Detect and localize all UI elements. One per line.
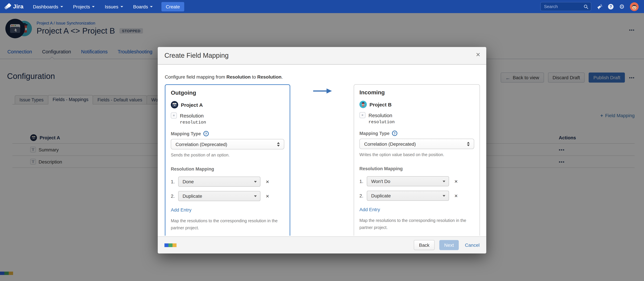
outgoing-field-key: resolution: [180, 120, 284, 125]
remove-entry-icon[interactable]: ×: [266, 179, 269, 184]
remove-entry-icon[interactable]: ×: [454, 193, 458, 198]
wizard-progress-indicator: [164, 243, 176, 247]
incoming-resolution-mapping-heading: Resolution Mapping: [360, 166, 474, 171]
back-button[interactable]: Back: [414, 240, 434, 250]
gear-icon[interactable]: ⚙: [619, 4, 624, 10]
dialog-title: Create Field Mapping: [164, 52, 228, 60]
nav-issues[interactable]: Issues: [105, 4, 123, 9]
outgoing-resolution-mapping-heading: Resolution Mapping: [171, 166, 284, 172]
next-button-disabled[interactable]: Next: [439, 240, 459, 250]
nav-projects[interactable]: Projects: [73, 4, 95, 9]
entry-number: 2.: [360, 193, 367, 198]
megaphone-icon[interactable]: [597, 4, 602, 10]
chevron-down-icon: [92, 6, 95, 7]
incoming-entry-2: 2. Duplicate ×: [360, 191, 474, 201]
incoming-field-key: resolution: [368, 120, 474, 124]
outgoing-add-entry-link[interactable]: Add Entry: [171, 207, 192, 212]
jira-logo-text: Jira: [13, 3, 24, 10]
incoming-entry-1: 1. Won't Do ×: [360, 176, 474, 186]
screen: Project A / Issue Synchronization Projec…: [0, 0, 644, 281]
search-input[interactable]: [544, 4, 584, 9]
incoming-entry-1-dropdown[interactable]: Won't Do: [367, 176, 449, 186]
incoming-field-name: Resolution: [368, 112, 392, 118]
project-a-avatar-small: [171, 101, 178, 108]
user-avatar[interactable]: [630, 2, 639, 11]
chevron-down-icon: [443, 195, 445, 196]
incoming-entry-2-dropdown[interactable]: Duplicate: [367, 191, 449, 201]
incoming-project-name: Project B: [370, 102, 392, 107]
incoming-mapping-help: Map the resolutions to the corresponding…: [360, 217, 468, 231]
resolution-field-type-icon: *: [171, 112, 177, 118]
entry-number: 2.: [171, 194, 178, 199]
outgoing-entry-1: 1. Done ×: [171, 176, 284, 187]
dialog-intro-text: Configure field mapping from Resolution …: [165, 74, 283, 80]
nav-dashboards[interactable]: Dashboards: [33, 4, 63, 9]
entry-number: 1.: [360, 178, 367, 184]
mapping-type-help-icon[interactable]: ?: [203, 131, 209, 136]
dialog-footer: Back Next Cancel: [158, 236, 486, 254]
nav-right-cluster: ? ⚙: [540, 0, 639, 13]
jira-logo[interactable]: Jira: [4, 3, 24, 10]
outgoing-entry-2: 2. Duplicate ×: [171, 191, 284, 201]
progress-square-yellow: [172, 243, 176, 247]
remove-entry-icon[interactable]: ×: [266, 193, 269, 199]
entry-number: 1.: [171, 179, 178, 184]
remove-entry-icon[interactable]: ×: [454, 178, 458, 184]
resolution-field-type-icon: *: [360, 112, 366, 118]
chevron-down-icon: [443, 180, 445, 182]
incoming-panel: Incoming Project B: [354, 84, 480, 236]
progress-square-green: [168, 243, 172, 247]
outgoing-mapping-type-select[interactable]: Correlation (Deprecated): [171, 139, 284, 150]
nav-boards[interactable]: Boards: [133, 4, 153, 9]
progress-square-blue: [164, 243, 168, 247]
outgoing-mapping-type-help: Sends the position of an option.: [171, 153, 284, 158]
direction-arrow-icon: [313, 88, 332, 95]
incoming-add-entry-link[interactable]: Add Entry: [360, 207, 380, 212]
outgoing-panel: Outgoing Project A: [165, 84, 290, 236]
close-icon[interactable]: ×: [476, 51, 480, 58]
dialog-header: Create Field Mapping ×: [158, 47, 486, 65]
incoming-mapping-type-help: Writes the option value based on the pos…: [360, 152, 474, 157]
select-spinner-icon: [276, 142, 280, 147]
search-box[interactable]: [540, 2, 591, 11]
create-button[interactable]: Create: [162, 2, 184, 11]
chevron-down-icon: [120, 6, 123, 7]
svg-text:?: ?: [610, 4, 612, 9]
mapping-type-help-icon[interactable]: ?: [392, 130, 397, 136]
mapping-type-label: Mapping Type: [171, 131, 201, 136]
incoming-mapping-type-select[interactable]: Correlation (Deprecated): [360, 139, 474, 149]
project-b-avatar-small: [360, 101, 367, 108]
help-icon[interactable]: ?: [608, 4, 614, 10]
chevron-down-icon: [254, 181, 257, 182]
search-icon: [584, 4, 588, 9]
chevron-down-icon: [150, 6, 153, 7]
incoming-heading: Incoming: [360, 89, 474, 96]
outgoing-mapping-help: Map the resolutions to the corresponding…: [171, 218, 278, 232]
outgoing-entry-1-dropdown[interactable]: Done: [178, 176, 260, 187]
outgoing-field-name: Resolution: [180, 113, 204, 118]
top-navigation: Jira Dashboards Projects Issues Boards C…: [0, 0, 644, 13]
nav-menu: Dashboards Projects Issues Boards: [33, 4, 153, 9]
jira-logo-icon: [4, 3, 11, 10]
create-field-mapping-dialog: Create Field Mapping × Configure field m…: [158, 47, 486, 254]
chevron-down-icon: [60, 6, 63, 7]
select-spinner-icon: [466, 141, 470, 146]
mapping-type-label: Mapping Type: [360, 131, 390, 136]
dialog-body: Configure field mapping from Resolution …: [158, 65, 486, 236]
outgoing-entry-2-dropdown[interactable]: Duplicate: [178, 191, 260, 201]
outgoing-project-name: Project A: [181, 102, 203, 108]
outgoing-heading: Outgoing: [171, 90, 284, 96]
chevron-down-icon: [254, 195, 257, 197]
cancel-link[interactable]: Cancel: [465, 242, 480, 248]
